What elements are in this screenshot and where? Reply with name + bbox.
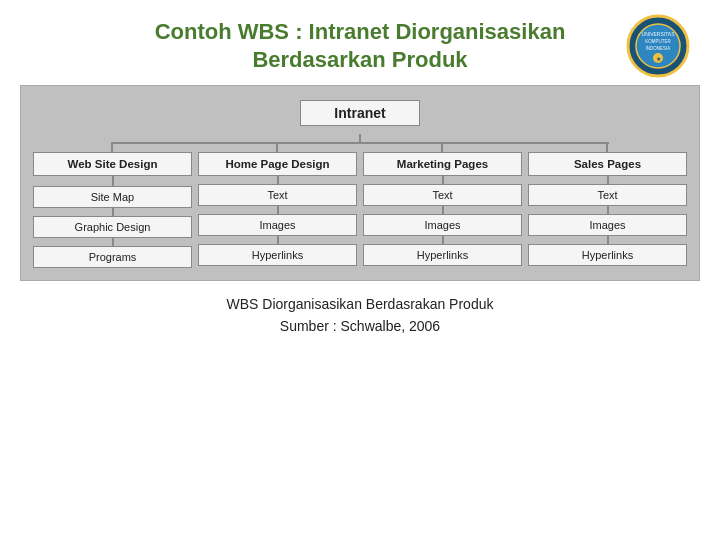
footer: WBS Diorganisasikan Berdasrakan Produk S… — [227, 293, 494, 338]
col2-vline2 — [277, 206, 279, 214]
col2-header: Home Page Design — [198, 152, 357, 176]
vtick-4 — [606, 144, 608, 152]
title-line1: Contoh WBS : Intranet Diorganisasikan — [155, 18, 566, 46]
col1-child3: Programs — [33, 246, 192, 268]
vtick-1 — [111, 144, 113, 152]
col-vticks — [111, 144, 608, 152]
col1-vline2 — [112, 208, 114, 216]
wbs-diagram: Intranet Web Site Design Site Map Graphi… — [20, 85, 700, 281]
col1-vline3 — [112, 238, 114, 246]
wbs-col-4: Sales Pages Text Images Hyperlinks — [528, 152, 687, 268]
col2-vline1 — [277, 176, 279, 184]
col4-vline1 — [607, 176, 609, 184]
col1-header: Web Site Design — [33, 152, 192, 176]
wbs-columns: Web Site Design Site Map Graphic Design … — [33, 152, 687, 268]
col3-child2: Images — [363, 214, 522, 236]
svg-text:INDONESIA: INDONESIA — [646, 46, 671, 51]
vtick-2 — [276, 144, 278, 152]
vtick-3 — [441, 144, 443, 152]
col3-child3: Hyperlinks — [363, 244, 522, 266]
col1-child2: Graphic Design — [33, 216, 192, 238]
col3-vline1 — [442, 176, 444, 184]
col4-child2: Images — [528, 214, 687, 236]
col4-child1: Text — [528, 184, 687, 206]
col3-vline2 — [442, 206, 444, 214]
col4-vline3 — [607, 236, 609, 244]
title-line2: Berdasarkan Produk — [155, 46, 566, 74]
col2-vline3 — [277, 236, 279, 244]
col4-vline2 — [607, 206, 609, 214]
col4-child3: Hyperlinks — [528, 244, 687, 266]
wbs-col-1: Web Site Design Site Map Graphic Design … — [33, 152, 192, 268]
h-connector — [111, 142, 608, 144]
col3-header: Marketing Pages — [363, 152, 522, 176]
col2-child3: Hyperlinks — [198, 244, 357, 266]
wbs-top-node: Intranet — [300, 100, 420, 126]
title-block: Contoh WBS : Intranet Diorganisasikan Be… — [155, 18, 566, 73]
col1-child1: Site Map — [33, 186, 192, 208]
svg-text:KOMPUTER: KOMPUTER — [645, 39, 671, 44]
col2-child1: Text — [198, 184, 357, 206]
svg-text:★: ★ — [656, 56, 661, 62]
wbs-top-row: Intranet — [33, 100, 687, 126]
svg-text:UNIVERSITAS: UNIVERSITAS — [642, 31, 676, 37]
footer-line1: WBS Diorganisasikan Berdasrakan Produk — [227, 293, 494, 315]
logo: UNIVERSITAS KOMPUTER INDONESIA ★ — [626, 14, 690, 78]
col1-vline1 — [112, 176, 114, 184]
col3-vline3 — [442, 236, 444, 244]
footer-line2: Sumber : Schwalbe, 2006 — [227, 315, 494, 337]
header-area: Contoh WBS : Intranet Diorganisasikan Be… — [30, 18, 690, 73]
wbs-col-2: Home Page Design Text Images Hyperlinks — [198, 152, 357, 268]
col4-header: Sales Pages — [528, 152, 687, 176]
col3-child1: Text — [363, 184, 522, 206]
wbs-col-3: Marketing Pages Text Images Hyperlinks — [363, 152, 522, 268]
col2-child2: Images — [198, 214, 357, 236]
page-container: Contoh WBS : Intranet Diorganisasikan Be… — [0, 0, 720, 540]
top-vline — [359, 134, 361, 142]
